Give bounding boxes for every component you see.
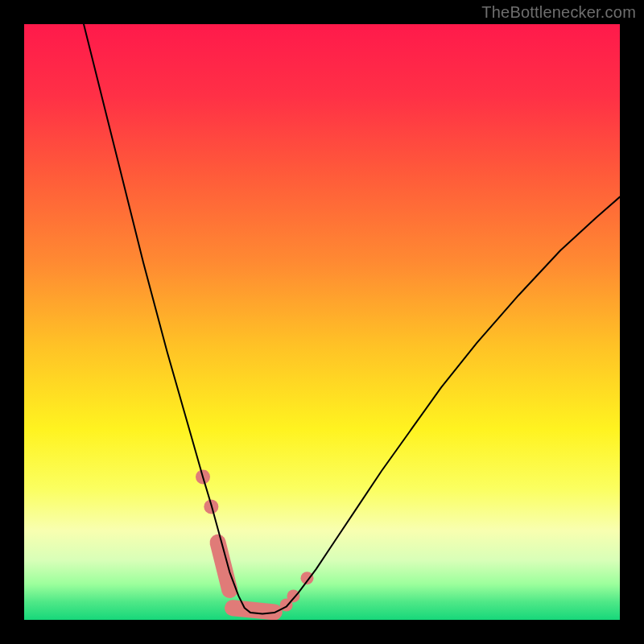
- gradient-background: [24, 24, 620, 620]
- marker-dot: [287, 589, 299, 602]
- watermark-label: TheBottlenecker.com: [481, 3, 636, 22]
- outer-frame: TheBottlenecker.com: [0, 0, 644, 644]
- marker-dot: [301, 572, 314, 584]
- plot-area: [24, 24, 620, 620]
- marker-pill: [233, 608, 275, 612]
- chart-svg: [24, 24, 620, 620]
